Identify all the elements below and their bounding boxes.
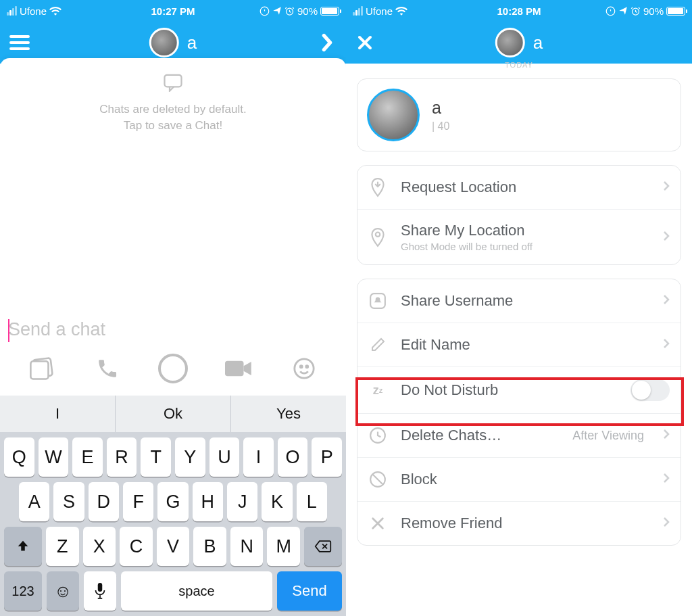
share-location-row[interactable]: Share My Location Ghost Mode will be tur… <box>357 209 681 264</box>
sticker-button[interactable] <box>288 352 320 385</box>
key-l[interactable]: L <box>297 482 327 521</box>
gallery-button[interactable] <box>26 352 58 385</box>
numbers-key[interactable]: 123 <box>4 571 42 611</box>
suggestion-2[interactable]: Ok <box>116 396 231 432</box>
key-s[interactable]: S <box>53 482 84 521</box>
suggestion-1[interactable]: I <box>0 396 116 432</box>
shift-key[interactable] <box>4 527 42 566</box>
key-m[interactable]: M <box>267 527 300 566</box>
request-location-label: Request Location <box>401 179 649 196</box>
key-g[interactable]: G <box>157 482 188 521</box>
share-username-row[interactable]: Share Username <box>357 279 681 323</box>
delete-chats-row[interactable]: Delete Chats… After Viewing <box>357 413 681 457</box>
svg-rect-4 <box>31 361 49 379</box>
signal-icon <box>7 6 17 16</box>
key-o[interactable]: O <box>278 437 308 477</box>
key-b[interactable]: B <box>193 527 226 566</box>
dnd-row[interactable]: zz Do Not Disturb <box>357 366 681 413</box>
edit-name-row[interactable]: Edit Name <box>357 323 681 366</box>
delete-chats-label: Delete Chats… <box>401 427 559 444</box>
chat-input[interactable]: Send a chat <box>0 312 346 347</box>
key-d[interactable]: D <box>89 482 119 521</box>
key-v[interactable]: V <box>157 527 190 566</box>
settings-sheet: a | 40 Request Location S <box>346 68 692 616</box>
key-row-1: Q W E R T Y U I O P <box>0 432 346 477</box>
location-group: Request Location Share My Location Ghost… <box>357 165 681 265</box>
delete-chats-value: After Viewing <box>572 429 644 443</box>
dnd-toggle[interactable] <box>631 379 670 401</box>
key-k[interactable]: K <box>262 482 292 521</box>
forward-button[interactable] <box>318 33 337 52</box>
menu-button[interactable] <box>9 35 30 50</box>
key-f[interactable]: F <box>123 482 153 521</box>
send-key[interactable]: Send <box>277 571 342 611</box>
rotation-lock-icon <box>606 6 616 16</box>
location-request-icon <box>368 178 387 197</box>
key-y[interactable]: Y <box>175 437 205 477</box>
signal-icon <box>353 6 363 16</box>
key-w[interactable]: W <box>39 437 69 477</box>
sleep-icon: zz <box>368 381 387 400</box>
hint-line-2: Tap to save a Chat! <box>0 118 346 135</box>
hint-line-1: Chats are deleted by default. <box>0 101 346 118</box>
header-avatar[interactable] <box>495 28 525 57</box>
block-row[interactable]: Block <box>357 457 681 501</box>
battery-percent: 90% <box>643 5 664 17</box>
share-username-label: Share Username <box>401 292 649 310</box>
key-i[interactable]: I <box>243 437 274 477</box>
edit-name-label: Edit Name <box>401 336 649 354</box>
call-button[interactable] <box>91 352 124 385</box>
battery-percent: 90% <box>297 5 318 17</box>
profile-avatar <box>367 89 420 141</box>
location-arrow-icon <box>272 6 282 16</box>
chat-hint: Chats are deleted by default. Tap to sav… <box>0 58 346 135</box>
profile-card[interactable]: a | 40 <box>357 78 681 151</box>
key-e[interactable]: E <box>72 437 103 477</box>
mic-key[interactable] <box>84 571 116 611</box>
wifi-icon <box>395 6 407 16</box>
key-row-2: A S D F G H J K L <box>0 477 346 521</box>
key-x[interactable]: X <box>83 527 116 566</box>
key-h[interactable]: H <box>193 482 223 521</box>
emoji-key[interactable]: ☺ <box>47 571 79 611</box>
carrier-label: Ufone <box>366 5 393 17</box>
request-location-row[interactable]: Request Location <box>357 166 681 209</box>
carrier-label: Ufone <box>20 5 47 17</box>
screen-settings: Ufone 10:28 PM 90% a TODAY <box>346 0 692 616</box>
key-t[interactable]: T <box>141 437 171 477</box>
profile-meta: | 40 <box>432 120 449 133</box>
chevron-right-icon <box>663 231 670 244</box>
remove-friend-row[interactable]: Remove Friend <box>357 501 681 545</box>
video-button[interactable] <box>222 352 255 385</box>
settings-header: a <box>346 22 692 64</box>
key-c[interactable]: C <box>120 527 153 566</box>
svg-rect-6 <box>225 361 244 377</box>
battery-icon <box>320 7 339 16</box>
block-icon <box>368 470 387 489</box>
location-arrow-icon <box>618 6 628 16</box>
pencil-icon <box>368 335 387 354</box>
share-location-label: Share My Location <box>401 222 649 239</box>
battery-icon <box>666 7 685 16</box>
key-a[interactable]: A <box>19 482 49 521</box>
key-q[interactable]: Q <box>4 437 34 477</box>
chat-panel: Chats are deleted by default. Tap to sav… <box>0 58 346 616</box>
camera-shutter-button[interactable] <box>157 352 189 385</box>
key-z[interactable]: Z <box>46 527 79 566</box>
header-avatar[interactable] <box>149 28 179 57</box>
key-j[interactable]: J <box>227 482 257 521</box>
chevron-right-icon <box>663 338 670 352</box>
chat-header: a <box>0 22 346 64</box>
key-u[interactable]: U <box>209 437 240 477</box>
dnd-label: Do Not Disturb <box>401 381 617 399</box>
svg-point-9 <box>305 366 307 368</box>
block-label: Block <box>401 471 649 488</box>
clock-icon <box>368 426 387 445</box>
backspace-key[interactable] <box>304 527 342 566</box>
suggestion-3[interactable]: Yes <box>231 396 346 432</box>
space-key[interactable]: space <box>121 571 272 611</box>
key-r[interactable]: R <box>107 437 137 477</box>
close-button[interactable] <box>355 33 374 52</box>
key-p[interactable]: P <box>312 437 342 477</box>
key-n[interactable]: N <box>230 527 264 566</box>
